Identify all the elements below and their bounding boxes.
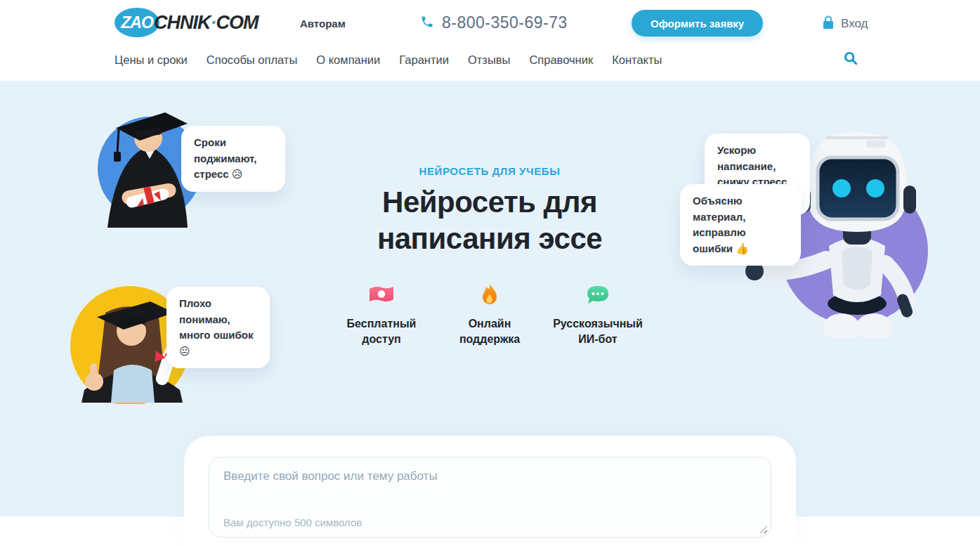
page: ZAO CHNIK·COM Авторам 8-800-350-69-73 Оф… [0, 0, 980, 546]
phone-link[interactable]: 8-800-350-69-73 [420, 13, 568, 32]
feature-label: Русскоязычный ИИ-бот [545, 316, 651, 346]
feature-online-support: Онлайн поддержка [437, 282, 542, 346]
login-link[interactable]: Вход [822, 15, 868, 32]
login-label: Вход [841, 17, 868, 31]
header: ZAO CHNIK·COM Авторам 8-800-350-69-73 Оф… [0, 0, 980, 81]
fire-icon [480, 282, 499, 308]
features-row: Бесплатный доступ Онлайн поддержка [329, 282, 651, 346]
student-photo-male [67, 104, 200, 233]
speech-bubble-deadlines: Сроки поджимают, стресс 😥 [181, 126, 285, 192]
feature-label: Онлайн поддержка [437, 316, 542, 346]
flag-icon [367, 282, 396, 308]
feature-label: Бесплатный доступ [329, 316, 434, 346]
nav-item-prices[interactable]: Цены и сроки [115, 53, 188, 67]
nav-item-payment[interactable]: Способы оплаты [207, 53, 298, 67]
logo-text: CHNIK·COM [154, 12, 259, 34]
speech-bubble-explain: Объясню материал, исправлю ошибки 👍 [680, 184, 801, 266]
order-request-button[interactable]: Оформить заявку [632, 10, 763, 37]
logo[interactable]: ZAO CHNIK·COM [115, 8, 259, 37]
lock-icon [822, 15, 835, 32]
topic-input-box: Вам доступно 500 символов [209, 457, 771, 538]
authors-link[interactable]: Авторам [300, 18, 346, 30]
char-limit-hint: Вам доступно 500 символов [223, 516, 362, 528]
nav-item-contacts[interactable]: Контакты [612, 53, 662, 67]
speech-bubble-mistakes: Плохо понимаю, много ошибок 😐 [166, 287, 270, 368]
topic-input[interactable] [209, 457, 771, 508]
hero-eyebrow: НЕЙРОСЕТЬ ДЛЯ УЧЕБЫ [328, 165, 651, 177]
feature-free-access: Бесплатный доступ [329, 282, 434, 346]
nav-item-reviews[interactable]: Отзывы [468, 53, 510, 67]
phone-icon [420, 15, 434, 32]
logo-zao-badge: ZAO [115, 8, 159, 37]
chat-icon [585, 282, 610, 308]
search-icon[interactable] [842, 51, 859, 67]
feature-russian-bot: Русскоязычный ИИ-бот [545, 282, 651, 346]
resize-handle[interactable] [759, 526, 767, 533]
logo-dot: · [211, 12, 216, 33]
phone-number: 8-800-350-69-73 [442, 13, 568, 32]
chat-card: Вам доступно 500 символов [184, 436, 796, 546]
nav-item-guarantee[interactable]: Гарантии [399, 53, 449, 67]
main-nav: Цены и сроки Способы оплаты О компании Г… [115, 53, 662, 67]
page-title: Нейросеть для написания эссе [342, 184, 637, 257]
nav-item-handbook[interactable]: Справочник [529, 53, 593, 67]
nav-item-company[interactable]: О компании [316, 53, 380, 67]
